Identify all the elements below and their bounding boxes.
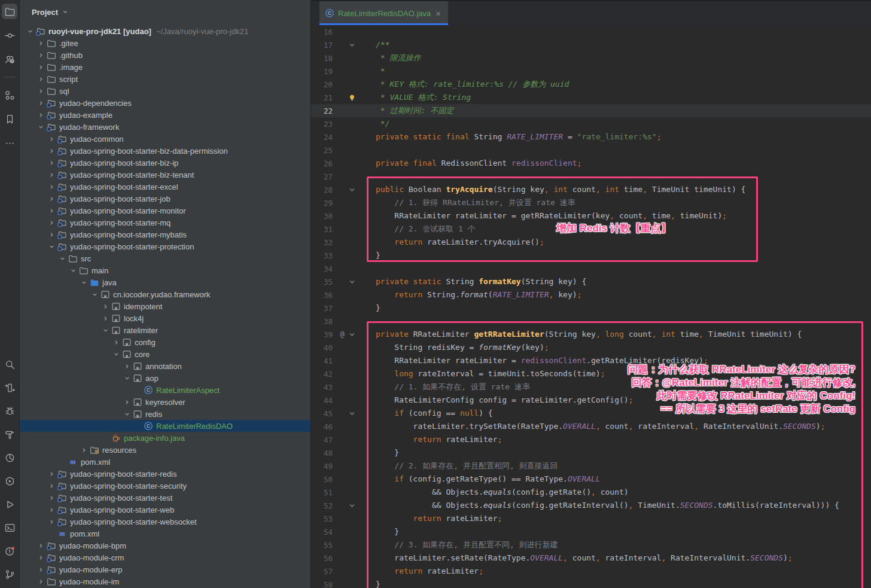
code-line-17[interactable]: 17/** [311,38,871,51]
tree-item-yudao-example[interactable]: yudao-example [20,109,310,121]
pull-requests-icon[interactable]: ? [2,51,17,67]
code-line-47[interactable]: 47 return rateLimiter; [311,433,871,446]
close-icon[interactable]: × [434,9,442,18]
code-line-51[interactable]: 51 && Objects.equals(config.getRate(), c… [311,486,871,499]
code-line-26[interactable]: 26private final RedissonClient redissonC… [311,157,871,170]
code-line-45[interactable]: 45 if (config == null) { [311,407,871,420]
code-line-46[interactable]: 46 rateLimiter.trySetRate(RateType.OVERA… [311,420,871,433]
bookmarks-icon[interactable] [2,111,17,127]
code-line-44[interactable]: 44 RateLimiterConfig config = rateLimite… [311,394,871,407]
tree-item-src[interactable]: src [20,252,310,264]
tree-item-yudao-framework[interactable]: yudao-framework [20,121,310,133]
tree-item--gitee[interactable]: .gitee [20,37,310,49]
chevron-right-icon[interactable] [121,361,132,371]
code-line-39[interactable]: 39@private RRateLimiter getRRateLimiter(… [311,328,871,341]
code-line-48[interactable]: 48 } [311,446,871,459]
chevron-down-icon[interactable] [46,242,57,251]
chevron-down-icon[interactable] [78,278,89,287]
tree-item-yudao-dependencies[interactable]: yudao-dependencies [20,97,310,109]
tree-item-yudao-spring-boot-starter-web[interactable]: yudao-spring-boot-starter-web [20,504,310,516]
tree-item-yudao-spring-boot-starter-test[interactable]: yudao-spring-boot-starter-test [20,492,310,504]
code-line-55[interactable]: 55 // 3. 如果存在, 并且配置不同, 则进行新建 [311,538,871,552]
project-folder-icon[interactable] [2,4,17,19]
tree-item-yudao-spring-boot-starter-mq[interactable]: yudao-spring-boot-starter-mq [20,217,310,229]
code-line-50[interactable]: 50 if (config.getRateType() == RateType.… [311,473,871,486]
tree-item-yudao-spring-boot-starter-websocket[interactable]: yudao-spring-boot-starter-websocket [20,516,310,528]
tree-item-redis[interactable]: redis [20,408,310,420]
tree-item-yudao-spring-boot-starter-job[interactable]: yudao-spring-boot-starter-job [20,193,310,205]
project-panel-header[interactable]: Project [20,0,310,24]
tree-item-yudao-spring-boot-starter-biz-tenant[interactable]: yudao-spring-boot-starter-biz-tenant [20,169,310,181]
tree-item-yudao-common[interactable]: yudao-common [20,133,310,145]
tree-item-main[interactable]: main [20,264,310,276]
profiler-icon[interactable] [2,450,17,465]
search-icon[interactable] [2,357,17,372]
chevron-right-icon[interactable] [46,517,57,526]
build-icon[interactable] [2,426,17,442]
chevron-right-icon[interactable] [35,541,46,550]
chevron-right-icon[interactable] [46,481,57,490]
fold-chevron-icon[interactable] [347,502,357,509]
code-line-16[interactable]: 16 [311,25,871,38]
tree-item-ratelimiteraspect[interactable]: CRateLimiterAspect [20,384,310,396]
chevron-down-icon[interactable] [89,290,100,299]
code-line-23[interactable]: 23 */ [311,117,871,130]
intention-bulb-icon[interactable] [347,94,357,102]
code-line-29[interactable]: 29 // 1. 获得 RRateLimiter, 并设置 rate 速率 [311,196,871,209]
tree-item-core[interactable]: core [20,348,310,360]
code-editor[interactable]: 1617/**18 * 限流操作19 *20 * KEY 格式: rate_li… [311,25,871,588]
code-line-56[interactable]: 56 rateLimiter.setRate(RateType.OVERALL,… [311,552,871,565]
chevron-right-icon[interactable] [46,146,57,156]
chevron-down-icon[interactable] [121,373,132,383]
code-line-36[interactable]: 36 return String.format(RATE_LIMITER, ke… [311,288,871,301]
endpoints-icon[interactable] [2,380,17,395]
run-icon[interactable] [2,496,17,512]
chevron-right-icon[interactable] [46,194,57,203]
chevron-down-icon[interactable] [35,122,46,132]
tree-item-aop[interactable]: aop [20,372,310,384]
code-line-20[interactable]: 20 * KEY 格式: rate_limiter:%s // 参数为 uuid [311,78,871,91]
services-icon[interactable] [2,473,17,489]
chevron-right-icon[interactable] [46,158,57,167]
tree-item-ruoyi-vue-pro-jdk21-yudao-[interactable]: ruoyi-vue-pro-jdk21 [yudao]~/Java/ruoyi-… [20,25,310,37]
code-line-58[interactable]: 58} [311,578,871,588]
tree-item-yudao-spring-boot-starter-excel[interactable]: yudao-spring-boot-starter-excel [20,181,310,193]
tree-item-script[interactable]: script [20,73,310,85]
chevron-right-icon[interactable] [46,182,57,191]
code-line-32[interactable]: 32 return rateLimiter.tryAcquire(); [311,236,871,249]
tree-item-yudao-spring-boot-starter-monitor[interactable]: yudao-spring-boot-starter-monitor [20,205,310,217]
chevron-right-icon[interactable] [35,38,46,48]
code-line-43[interactable]: 43 // 1. 如果不存在, 设置 rate 速率 [311,380,871,394]
tree-item-yudao-module-erp[interactable]: yudao-module-erp [20,563,310,575]
code-line-52[interactable]: 52 && Objects.equals(config.getRateInter… [311,499,871,512]
debug-icon[interactable] [2,403,17,419]
chevron-right-icon[interactable] [46,206,57,215]
tree-item--github[interactable]: .github [20,49,310,61]
chevron-right-icon[interactable] [35,74,46,84]
chevron-down-icon[interactable] [68,266,78,275]
tree-item-package-info-java[interactable]: package-info.java [20,432,310,444]
chevron-right-icon[interactable] [78,445,89,455]
fold-chevron-icon[interactable] [347,187,357,193]
chevron-right-icon[interactable] [46,134,57,144]
commit-icon[interactable] [2,28,17,43]
chevron-down-icon[interactable] [100,325,111,335]
tree-item-config[interactable]: config [20,336,310,348]
code-line-42[interactable]: 42 long rateInterval = timeUnit.toSecond… [311,367,871,380]
code-line-49[interactable]: 49 // 2. 如果存在, 并且配置相同, 则直接返回 [311,459,871,473]
tree-item-pom-xml[interactable]: mpom.xml [20,528,310,540]
code-line-24[interactable]: 24private static final String RATE_LIMIT… [311,130,871,144]
code-line-38[interactable]: 38 [311,315,871,328]
tree-item--image[interactable]: .image [20,61,310,73]
code-line-21[interactable]: 21 * VALUE 格式: String [311,91,871,104]
problems-icon[interactable] [2,543,17,559]
tree-item-yudao-spring-boot-starter-mybatis[interactable]: yudao-spring-boot-starter-mybatis [20,229,310,240]
tree-item-java[interactable]: java [20,276,310,288]
code-line-40[interactable]: 40 String redisKey = formatKey(key); [311,341,871,354]
chevron-down-icon[interactable] [111,349,121,359]
tree-item-ratelimiter[interactable]: ratelimiter [20,324,310,336]
chevron-right-icon[interactable] [35,86,46,96]
tree-item-yudao-module-im[interactable]: yudao-module-im [20,575,310,587]
tree-item-yudao-spring-boot-starter-protection[interactable]: yudao-spring-boot-starter-protection [20,240,310,252]
fold-chevron-icon[interactable] [347,410,357,417]
